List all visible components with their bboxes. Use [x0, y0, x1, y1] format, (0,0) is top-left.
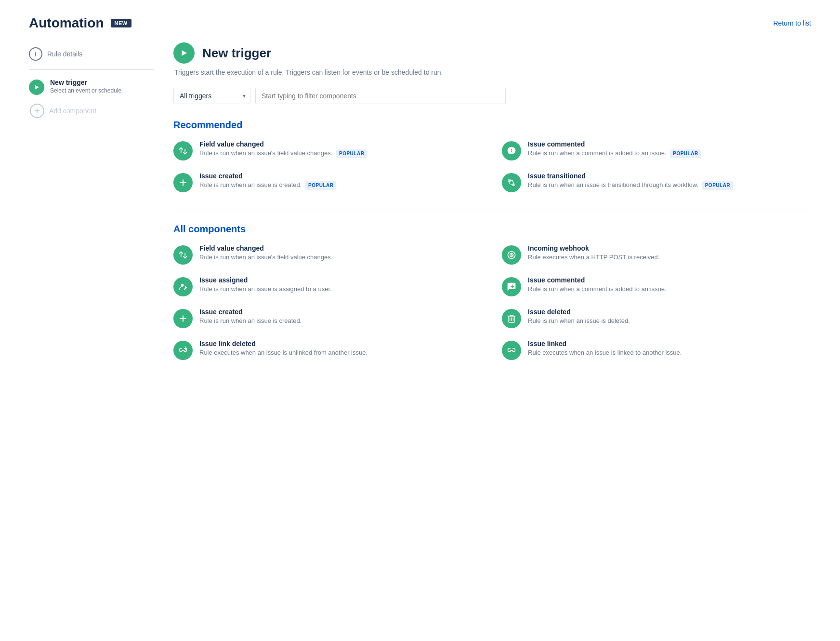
- main-layout: i Rule details New trigger Select an eve…: [29, 42, 811, 377]
- list-item[interactable]: Field value changed Rule is run when an …: [173, 140, 483, 160]
- component-desc: Rule is run when an issue is created.: [199, 317, 302, 325]
- rule-details-label: Rule details: [47, 50, 82, 58]
- component-title: Field value changed: [199, 140, 367, 148]
- content-header: New trigger: [173, 42, 811, 64]
- list-item[interactable]: Issue link deleted Rule executes when an…: [173, 340, 483, 360]
- trigger-play-icon: [29, 80, 44, 95]
- recommended-grid: Field value changed Rule is run when an …: [173, 140, 811, 192]
- sidebar-add-component[interactable]: + Add component: [30, 104, 154, 118]
- component-desc: Rule executes when an issue is unlinked …: [199, 348, 368, 357]
- recommended-section: Recommended Field value changed: [173, 120, 811, 192]
- new-badge: NEW: [111, 19, 131, 27]
- component-title: Issue link deleted: [199, 340, 368, 347]
- sidebar-rule-details[interactable]: i Rule details: [29, 47, 154, 70]
- list-item[interactable]: Issue linked Rule executes when an issue…: [502, 340, 811, 360]
- list-item[interactable]: Issue transitioned Rule is run when an i…: [502, 172, 811, 192]
- component-desc: Rule is run when a comment is added to a…: [528, 285, 667, 294]
- sidebar-trigger-item[interactable]: New trigger Select an event or schedule.: [29, 79, 154, 95]
- all-components-title: All components: [173, 224, 811, 235]
- field-value-icon: [173, 245, 193, 265]
- component-title: Incoming webhook: [528, 244, 659, 252]
- add-icon: +: [30, 104, 44, 118]
- component-title: Issue commented: [528, 140, 701, 148]
- list-item[interactable]: Issue assigned Rule is run when an issue…: [173, 276, 483, 296]
- assign-icon: [173, 277, 193, 296]
- info-icon: i: [29, 47, 42, 61]
- component-title: Issue created: [199, 172, 336, 180]
- component-title: Issue commented: [528, 276, 667, 284]
- filter-input[interactable]: [255, 88, 506, 104]
- all-components-grid: Field value changed Rule is run when an …: [173, 244, 811, 360]
- section-divider: [173, 210, 811, 210]
- component-desc: Rule is run when an issue is transitione…: [528, 181, 733, 190]
- list-item[interactable]: Issue created Rule is run when an issue …: [173, 308, 483, 328]
- component-desc: Rule is run when a comment is added to a…: [528, 149, 701, 158]
- component-desc: Rule is run when an issue is deleted.: [528, 317, 630, 325]
- component-desc: Rule is run when an issue's field value …: [199, 149, 367, 158]
- add-component-label: Add component: [49, 107, 96, 115]
- list-item[interactable]: Field value changed Rule is run when an …: [173, 244, 483, 265]
- component-desc: Rule is run when an issue's field value …: [199, 253, 332, 262]
- comment-plus-icon: [502, 277, 521, 296]
- component-title: Field value changed: [199, 244, 332, 252]
- list-item[interactable]: Issue created Rule is run when an issue …: [173, 172, 483, 192]
- component-title: Issue linked: [528, 340, 682, 347]
- return-to-list-link[interactable]: Return to list: [773, 19, 811, 27]
- sidebar: i Rule details New trigger Select an eve…: [29, 42, 173, 377]
- link-icon: [502, 341, 521, 360]
- content-title: New trigger: [202, 46, 271, 61]
- filter-row: All triggers: [173, 88, 811, 104]
- sidebar-trigger-title: New trigger: [50, 79, 123, 86]
- plus-circle-icon: [173, 309, 193, 328]
- list-item[interactable]: Issue deleted Rule is run when an issue …: [502, 308, 811, 328]
- component-title: Issue assigned: [199, 276, 332, 284]
- svg-point-3: [181, 284, 184, 287]
- svg-marker-0: [35, 85, 39, 89]
- page-header: Automation NEW Return to list: [29, 0, 811, 42]
- content-subtitle: Triggers start the execution of a rule. …: [174, 68, 811, 76]
- sidebar-trigger-subtitle: Select an event or schedule.: [50, 87, 123, 94]
- component-title: Issue deleted: [528, 308, 630, 316]
- component-desc: Rule executes when a HTTP POST is receiv…: [528, 253, 659, 262]
- recommended-title: Recommended: [173, 120, 811, 131]
- plus-icon: [173, 173, 193, 192]
- list-item[interactable]: Incoming webhook Rule executes when a HT…: [502, 244, 811, 265]
- transition-icon: [502, 173, 521, 192]
- component-desc: Rule is run when an issue is assigned to…: [199, 285, 332, 294]
- comment-icon: [502, 141, 521, 160]
- component-desc: Rule executes when an issue is linked to…: [528, 348, 682, 357]
- popular-badge: POPULAR: [702, 181, 733, 190]
- content-play-icon: [173, 42, 195, 64]
- component-title: Issue transitioned: [528, 172, 733, 180]
- popular-badge: POPULAR: [336, 149, 367, 158]
- popular-badge: POPULAR: [305, 181, 336, 190]
- trigger-filter-select[interactable]: All triggers: [173, 88, 250, 104]
- svg-marker-1: [182, 50, 187, 56]
- content-area: New trigger Triggers start the execution…: [173, 42, 811, 377]
- page-title: Automation: [29, 15, 104, 31]
- trash-icon: [502, 309, 521, 328]
- webhook-icon: [502, 245, 521, 265]
- link-deleted-icon: [173, 341, 193, 360]
- popular-badge: POPULAR: [670, 149, 701, 158]
- all-components-section: All components Field value changed Rule …: [173, 224, 811, 360]
- component-desc: Rule is run when an issue is created. PO…: [199, 181, 336, 190]
- sidebar-trigger-text: New trigger Select an event or schedule.: [50, 79, 123, 94]
- filter-select-wrapper[interactable]: All triggers: [173, 88, 250, 104]
- component-title: Issue created: [199, 308, 302, 316]
- field-value-icon: [173, 141, 193, 160]
- list-item[interactable]: Issue commented Rule is run when a comme…: [502, 276, 811, 296]
- list-item[interactable]: Issue commented Rule is run when a comme…: [502, 140, 811, 160]
- header-left: Automation NEW: [29, 15, 131, 31]
